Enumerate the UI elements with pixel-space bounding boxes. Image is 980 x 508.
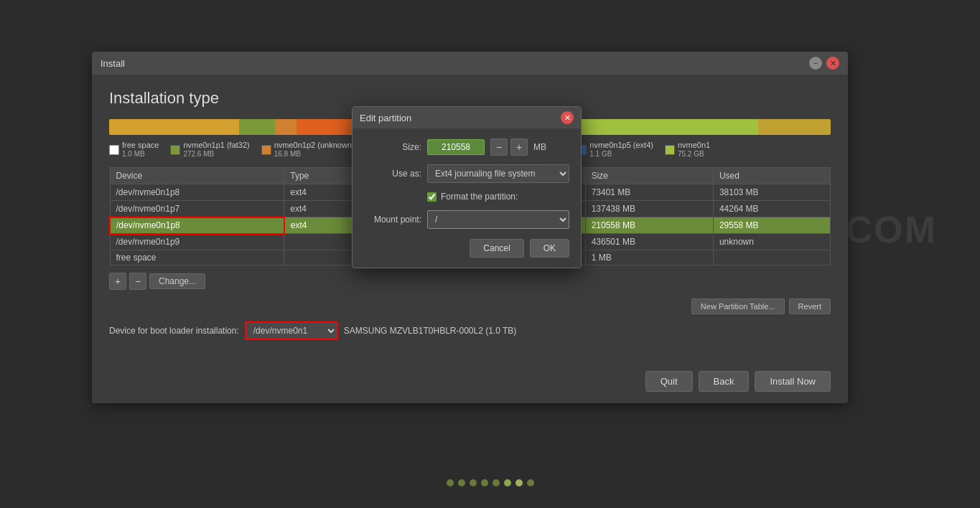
bootloader-row: Device for boot loader installation: /de… — [109, 321, 831, 340]
cell-size: 73401 MB — [585, 184, 713, 201]
legend-size-p2: 16.8 MB — [274, 150, 355, 159]
legend-p5: nvme0n1p5 (ext4) 1.1 GB — [577, 141, 653, 159]
cell-device: /dev/nvme0n1p7 — [110, 201, 284, 217]
close-button[interactable]: ✕ — [826, 57, 839, 70]
dot-3 — [470, 479, 477, 486]
format-label: Format the partition: — [441, 192, 518, 202]
dialog-title: Edit partition — [360, 113, 411, 123]
legend-color-p2 — [261, 145, 271, 155]
title-bar: Install − ✕ — [92, 52, 848, 75]
new-partition-table-button[interactable]: New Partition Table... — [691, 298, 785, 314]
mount-label: Mount point: — [364, 215, 421, 225]
dot-1 — [447, 479, 454, 486]
legend-color-p6 — [665, 145, 675, 155]
legend-size-p6: 75.2 GB — [678, 150, 710, 159]
size-row: Size: − + MB — [364, 138, 569, 156]
size-increase-button[interactable]: + — [510, 138, 528, 156]
legend-p1: nvme0n1p1 (fat32) 272.6 MB — [170, 141, 249, 159]
dot-5 — [493, 479, 500, 486]
use-as-row: Use as: Ext4 journaling file system — [364, 164, 569, 183]
format-row: Format the partition: — [364, 192, 569, 202]
dot-7 — [515, 479, 523, 486]
legend-size-free: 1.0 MB — [122, 150, 159, 159]
legend-info-p6: nvme0n1 75.2 GB — [678, 141, 710, 159]
legend-color-p1 — [170, 145, 180, 155]
change-partition-button[interactable]: Change... — [149, 273, 205, 289]
cancel-button[interactable]: Cancel — [470, 239, 523, 258]
action-row: + − Change... — [109, 273, 831, 290]
size-label: Size: — [364, 142, 421, 152]
title-bar-controls: − ✕ — [809, 57, 839, 70]
legend-p6: nvme0n1 75.2 GB — [665, 141, 710, 159]
cell-device-selected: /dev/nvme0n1p8 — [110, 217, 284, 234]
cell-used — [713, 250, 830, 265]
bootloader-select[interactable]: /dev/nvme0n1 — [245, 321, 338, 340]
cell-used: unknown — [713, 234, 830, 250]
bar-seg-8 — [758, 119, 831, 135]
legend-label-p6: nvme0n1 — [678, 141, 710, 150]
dialog-close-button[interactable]: ✕ — [561, 111, 574, 124]
col-size: Size — [585, 168, 713, 184]
cell-type: ext4 — [284, 217, 355, 234]
cell-size: 137438 MB — [585, 201, 713, 217]
ok-button[interactable]: OK — [530, 239, 569, 258]
legend-p2: nvme0n1p2 (unknown) 16.8 MB — [261, 141, 355, 159]
cell-device: free space — [110, 250, 284, 265]
dot-4 — [481, 479, 488, 486]
use-as-select[interactable]: Ext4 journaling file system — [427, 164, 569, 183]
size-unit: MB — [533, 142, 546, 152]
mount-row: Mount point: / — [364, 210, 569, 229]
bootloader-description: SAMSUNG MZVLB1T0HBLR-000L2 (1.0 TB) — [344, 326, 517, 336]
window-title: Install — [101, 58, 125, 69]
quit-button[interactable]: Quit — [645, 371, 693, 392]
legend-free-space: free space 1.0 MB — [109, 141, 159, 159]
format-checkbox[interactable] — [427, 192, 437, 202]
cell-used: 29558 MB — [713, 217, 830, 234]
cell-type: ext4 — [284, 201, 355, 217]
cell-type — [284, 250, 355, 265]
minimize-button[interactable]: − — [809, 57, 822, 70]
back-button[interactable]: Back — [699, 371, 750, 392]
bar-seg-2 — [239, 119, 275, 135]
revert-button[interactable]: Revert — [789, 298, 831, 314]
cell-device: /dev/nvme0n1p8 — [110, 184, 284, 201]
cell-size: 1 MB — [585, 250, 713, 265]
legend-info-free: free space 1.0 MB — [122, 141, 159, 159]
bar-seg-1 — [109, 119, 239, 135]
cell-type: ext4 — [284, 184, 355, 201]
remove-partition-button[interactable]: − — [129, 273, 146, 290]
cell-type — [284, 234, 355, 250]
size-decrease-button[interactable]: − — [490, 138, 508, 156]
install-now-button[interactable]: Install Now — [755, 371, 831, 392]
col-device: Device — [110, 168, 284, 184]
dot-6 — [504, 479, 511, 486]
progress-dots — [447, 479, 534, 486]
bootloader-label: Device for boot loader installation: — [109, 326, 239, 336]
legend-info-p2: nvme0n1p2 (unknown) 16.8 MB — [274, 141, 355, 159]
cell-device: /dev/nvme0n1p9 — [110, 234, 284, 250]
cell-used: 38103 MB — [713, 184, 830, 201]
cell-size: 210558 MB — [585, 217, 713, 234]
cell-size: 436501 MB — [585, 234, 713, 250]
page-title: Installation type — [109, 89, 831, 108]
col-used: Used — [713, 168, 830, 184]
dialog-title-bar: Edit partition ✕ — [353, 107, 581, 128]
dialog-btn-row: Cancel OK — [364, 239, 569, 258]
legend-color-free — [109, 145, 119, 155]
use-as-label: Use as: — [364, 169, 421, 179]
legend-info-p1: nvme0n1p1 (fat32) 272.6 MB — [183, 141, 249, 159]
legend-info-p5: nvme0n1p5 (ext4) 1.1 GB — [589, 141, 653, 159]
col-type: Type — [284, 168, 355, 184]
edit-partition-dialog: Edit partition ✕ Size: − + MB Use as: Ex… — [352, 106, 582, 268]
dialog-body: Size: − + MB Use as: Ext4 journaling fil… — [353, 128, 581, 268]
legend-size-p5: 1.1 GB — [589, 150, 653, 159]
bar-seg-3 — [275, 119, 297, 135]
mount-select[interactable]: / — [427, 210, 569, 229]
dot-8 — [527, 479, 534, 486]
legend-label-p2: nvme0n1p2 (unknown) — [274, 141, 355, 150]
cell-used: 44264 MB — [713, 201, 830, 217]
add-partition-button[interactable]: + — [109, 273, 126, 290]
legend-label-p5: nvme0n1p5 (ext4) — [589, 141, 653, 150]
size-controls: − + — [490, 138, 528, 156]
size-input[interactable] — [427, 139, 485, 155]
